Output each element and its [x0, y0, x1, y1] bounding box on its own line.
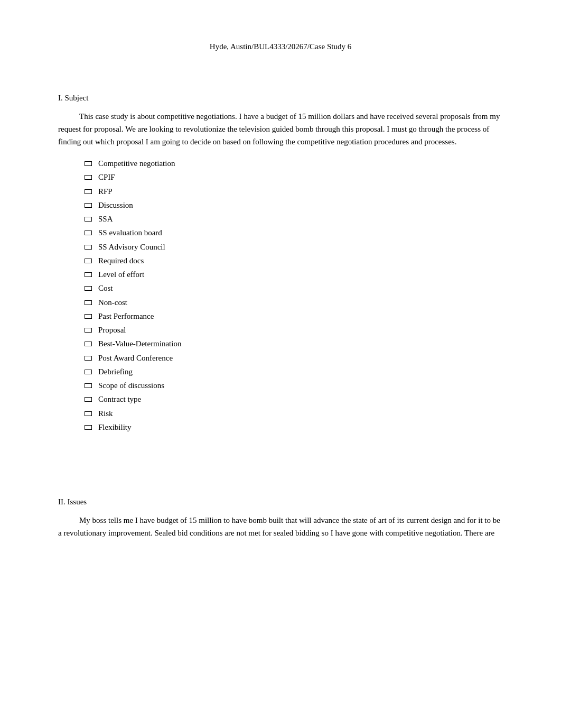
list-item-text: CPIF — [98, 170, 115, 184]
list-item-text: Risk — [98, 407, 113, 420]
list-item: Discussion — [85, 198, 503, 212]
bullet-icon — [85, 259, 92, 263]
title-text: Hyde, Austin/BUL4333/20267/Case Study 6 — [210, 42, 351, 51]
bullet-icon — [85, 425, 92, 430]
section-ii: II. Issues My boss tells me I have budge… — [58, 497, 503, 539]
document-page: Hyde, Austin/BUL4333/20267/Case Study 6 … — [0, 0, 561, 728]
bullet-icon — [85, 342, 92, 346]
bullet-icon — [85, 231, 92, 235]
bullet-icon — [85, 161, 92, 166]
bullet-icon — [85, 203, 92, 208]
list-item-text: RFP — [98, 185, 113, 198]
section-ii-heading: II. Issues — [58, 497, 503, 506]
list-item-text: Post Award Conference — [98, 351, 173, 365]
list-item: Flexibility — [85, 420, 503, 434]
list-item-text: SS Advisory Council — [98, 240, 165, 254]
bullet-icon — [85, 328, 92, 333]
list-item: Post Award Conference — [85, 351, 503, 365]
section-i: I. Subject This case study is about comp… — [58, 94, 503, 434]
bullet-icon — [85, 397, 92, 402]
list-item-text: Level of effort — [98, 268, 144, 281]
list-item: Debriefing — [85, 365, 503, 379]
list-item: Risk — [85, 407, 503, 420]
list-item-text: Flexibility — [98, 420, 132, 434]
bullet-icon — [85, 272, 92, 277]
list-item-text: SS evaluation board — [98, 226, 162, 239]
bullet-icon — [85, 356, 92, 361]
list-item-text: Proposal — [98, 323, 126, 337]
list-item-text: Scope of discussions — [98, 379, 164, 392]
list-item: RFP — [85, 185, 503, 198]
list-item-text: Best-Value-Determination — [98, 337, 181, 351]
list-item-text: Required docs — [98, 254, 144, 268]
list-item: CPIF — [85, 170, 503, 184]
list-item-text: Non-cost — [98, 296, 127, 309]
list-item-text: Past Performance — [98, 309, 154, 323]
list-item: Cost — [85, 281, 503, 295]
section-i-paragraph: This case study is about competitive neg… — [58, 110, 503, 148]
bullet-icon — [85, 300, 92, 305]
list-item-text: Debriefing — [98, 365, 133, 379]
list-item: Best-Value-Determination — [85, 337, 503, 351]
bullet-icon — [85, 383, 92, 388]
list-item: SS Advisory Council — [85, 240, 503, 254]
list-item-text: Competitive negotiation — [98, 156, 175, 170]
list-item: SS evaluation board — [85, 226, 503, 239]
bullet-icon — [85, 286, 92, 291]
list-item: Proposal — [85, 323, 503, 337]
bullet-icon — [85, 314, 92, 319]
list-item: Contract type — [85, 392, 503, 406]
list-item: Past Performance — [85, 309, 503, 323]
spacer — [58, 445, 503, 476]
list-item: Non-cost — [85, 296, 503, 309]
bullet-icon — [85, 370, 92, 374]
bullet-icon — [85, 411, 92, 416]
list-item-text: Contract type — [98, 392, 141, 406]
bullet-icon — [85, 217, 92, 222]
section-i-heading: I. Subject — [58, 94, 503, 103]
document-title: Hyde, Austin/BUL4333/20267/Case Study 6 — [58, 42, 503, 51]
list-item: Required docs — [85, 254, 503, 268]
list-item: Level of effort — [85, 268, 503, 281]
bullet-icon — [85, 189, 92, 194]
bullet-icon — [85, 175, 92, 180]
list-item: SSA — [85, 212, 503, 226]
list-item-text: SSA — [98, 212, 113, 226]
section-ii-paragraph: My boss tells me I have budget of 15 mil… — [58, 514, 503, 539]
list-item-text: Discussion — [98, 198, 133, 212]
bullet-list: Competitive negotiationCPIFRFPDiscussion… — [58, 156, 503, 434]
bullet-icon — [85, 245, 92, 250]
list-item-text: Cost — [98, 281, 113, 295]
list-item: Competitive negotiation — [85, 156, 503, 170]
list-item: Scope of discussions — [85, 379, 503, 392]
